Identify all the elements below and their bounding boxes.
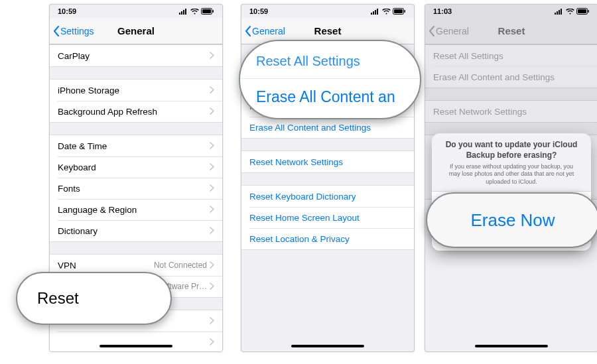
svg-rect-15 <box>557 11 558 15</box>
back-label: Settings <box>60 26 94 36</box>
back-button[interactable]: Settings <box>53 26 94 36</box>
chevron-right-icon <box>210 86 214 95</box>
row-label: Erase All Content and Settings <box>433 72 590 82</box>
status-bar: 11:03 <box>425 5 597 18</box>
battery-icon <box>576 8 590 15</box>
svg-rect-5 <box>202 9 211 13</box>
status-icons <box>371 8 406 15</box>
status-icons <box>179 8 214 15</box>
svg-rect-8 <box>373 11 374 15</box>
list-row: Reset Network Settings <box>425 101 597 122</box>
callout-label: Erase Now <box>427 194 597 247</box>
chevron-right-icon <box>210 51 214 61</box>
chevron-right-icon <box>210 282 214 292</box>
list-row: Reset All Settings <box>425 45 597 66</box>
list-row[interactable]: Date & Time <box>50 135 222 156</box>
home-indicator[interactable] <box>475 345 548 347</box>
row-label: Reset All Settings <box>433 51 590 61</box>
status-icons <box>555 8 590 15</box>
callout-row-top: Reset All Settings <box>240 44 420 79</box>
svg-rect-2 <box>183 10 184 15</box>
signal-icon <box>179 9 188 15</box>
clock: 10:59 <box>58 7 76 15</box>
row-label: Erase All Content and Settings <box>249 123 406 133</box>
list-row[interactable]: iPhone Storage <box>50 80 222 101</box>
svg-rect-9 <box>375 10 376 15</box>
svg-rect-13 <box>405 10 406 13</box>
svg-rect-10 <box>377 9 378 15</box>
home-indicator[interactable] <box>100 345 172 347</box>
chevron-right-icon <box>210 141 214 151</box>
battery-icon <box>201 8 214 15</box>
callout-row-main: Erase All Content an <box>240 79 420 115</box>
back-label: General <box>252 26 285 36</box>
list-row[interactable]: Fonts <box>50 178 222 199</box>
chevron-right-icon <box>210 316 214 326</box>
nav-bar: General Reset <box>425 18 597 44</box>
row-label: CarPlay <box>58 51 210 61</box>
svg-rect-14 <box>555 13 556 15</box>
svg-rect-17 <box>561 9 562 15</box>
back-button[interactable]: General <box>245 26 285 36</box>
chevron-right-icon <box>210 184 214 194</box>
status-bar: 10:59 <box>50 5 222 18</box>
row-label: iPhone Storage <box>58 86 210 95</box>
signal-icon <box>371 9 380 15</box>
svg-rect-1 <box>181 11 182 15</box>
list-row[interactable]: CarPlay <box>50 45 222 66</box>
list-row[interactable]: Reset Keyboard Dictionary <box>241 186 414 207</box>
list-row[interactable]: Reset Network Settings <box>241 151 414 172</box>
row-label: Keyboard <box>58 162 210 172</box>
nav-bar: Settings General <box>50 18 222 44</box>
clock: 10:59 <box>249 7 268 15</box>
wifi-icon <box>382 9 391 15</box>
callout-erase-now: Erase Now <box>426 192 597 248</box>
list-row[interactable] <box>50 332 222 352</box>
row-detail: Not Connected <box>154 261 207 270</box>
row-label: Date & Time <box>58 141 210 151</box>
callout-erase-all: Reset All Settings Erase All Content an <box>239 40 421 119</box>
chevron-right-icon <box>210 261 214 271</box>
list-row[interactable]: Erase All Content and Settings <box>241 117 414 138</box>
chevron-left-icon <box>53 26 60 36</box>
battery-icon <box>393 8 406 15</box>
svg-rect-12 <box>394 9 403 13</box>
list-row[interactable]: Reset Home Screen Layout <box>241 207 414 228</box>
home-indicator[interactable] <box>291 345 364 347</box>
row-label: Language & Region <box>58 205 210 215</box>
sheet-message: Do you want to update your iCloud Backup… <box>432 133 591 191</box>
list-row[interactable]: Reset Location & Privacy <box>241 228 414 249</box>
row-label: VPN <box>58 261 154 271</box>
wifi-icon <box>190 9 199 15</box>
list-row[interactable]: Dictionary <box>50 220 222 241</box>
list-row[interactable]: Keyboard <box>50 156 222 178</box>
svg-rect-7 <box>371 13 372 15</box>
clock: 11:03 <box>433 7 452 15</box>
chevron-right-icon <box>210 205 214 215</box>
svg-rect-3 <box>185 9 186 15</box>
svg-rect-0 <box>179 13 180 15</box>
back-button: General <box>429 26 469 36</box>
svg-rect-20 <box>588 10 590 13</box>
chevron-left-icon <box>245 26 251 36</box>
callout-label: Reset <box>17 281 170 316</box>
chevron-right-icon <box>210 337 214 347</box>
svg-rect-19 <box>578 9 586 13</box>
signal-icon <box>555 9 564 15</box>
chevron-right-icon <box>210 162 214 172</box>
back-label: General <box>436 26 469 36</box>
phone-erase-confirm: 11:03 General Reset Reset All SettingsEr… <box>425 4 597 352</box>
chevron-right-icon <box>210 226 214 236</box>
status-bar: 10:59 <box>241 5 414 18</box>
svg-rect-16 <box>559 10 560 15</box>
list-row[interactable]: Language & Region <box>50 199 222 220</box>
row-label: Reset Network Settings <box>433 107 590 117</box>
row-label: Background App Refresh <box>58 107 210 117</box>
row-label: Reset Home Screen Layout <box>249 213 406 223</box>
row-label: Dictionary <box>58 226 210 236</box>
list-row[interactable]: Background App Refresh <box>50 101 222 122</box>
callout-reset: Reset <box>16 272 172 325</box>
wifi-icon <box>566 9 574 15</box>
chevron-left-icon <box>429 26 435 36</box>
list-row: Erase All Content and Settings <box>425 66 597 88</box>
